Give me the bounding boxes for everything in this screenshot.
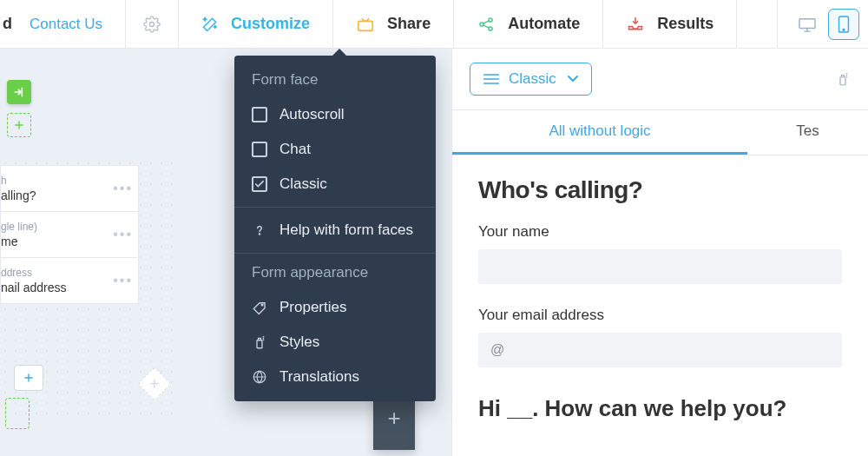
field-label-name: Your name	[478, 223, 842, 241]
field-label-email: Your email address	[478, 307, 842, 324]
block-card[interactable]: gle line) me •••	[0, 212, 139, 258]
preview-tabs: All without logic Tes	[452, 110, 868, 155]
block-label: alling?	[1, 188, 131, 202]
chevron-down-icon	[567, 75, 579, 83]
dropdown-item-translations[interactable]: Translations	[234, 360, 436, 394]
svg-rect-12	[840, 77, 845, 85]
preview-toolbar: Classic	[452, 49, 868, 110]
checkbox-icon	[252, 107, 267, 122]
add-block-button[interactable]	[14, 365, 43, 391]
add-node-button[interactable]	[7, 113, 31, 137]
preview-pane: Classic All without logic Tes Who's call…	[451, 49, 868, 456]
device-preview-group	[777, 0, 868, 48]
start-node[interactable]	[7, 80, 31, 104]
email-input[interactable]	[478, 333, 842, 367]
preview-tab-all[interactable]: All without logic	[452, 110, 747, 155]
spray-icon	[252, 334, 267, 350]
broadcast-icon	[356, 16, 375, 33]
mode-dropdown-button[interactable]: Classic	[470, 63, 592, 96]
dropdown-item-chat[interactable]: Chat	[234, 132, 436, 167]
style-button[interactable]	[835, 70, 851, 88]
block-list: h alling? ••• gle line) me ••• ddress na…	[0, 165, 139, 304]
nodes-icon	[477, 16, 496, 33]
add-branch-button[interactable]: +	[137, 367, 172, 401]
checkbox-icon	[252, 142, 267, 157]
plus-icon: +	[387, 405, 400, 432]
svg-point-8	[259, 234, 260, 235]
dropdown-item-styles[interactable]: Styles	[234, 325, 436, 360]
dropdown-item-label: Translations	[279, 368, 359, 386]
svg-point-9	[261, 304, 263, 306]
dropdown-item-properties[interactable]: Properties	[234, 290, 436, 325]
tab-share[interactable]: Share	[333, 0, 454, 48]
builder-canvas: h alling? ••• gle line) me ••• ddress na…	[0, 49, 156, 456]
settings-button[interactable]	[126, 0, 179, 48]
svg-rect-10	[257, 340, 262, 348]
tab-customize-label: Customize	[231, 15, 310, 33]
svg-rect-5	[799, 18, 815, 28]
block-label: me	[1, 235, 131, 248]
dropdown-section-appearance: Form appearance	[234, 259, 436, 290]
form-name-contact[interactable]: Contact Us	[16, 16, 125, 33]
lines-icon	[483, 73, 500, 85]
block-label: nail address	[1, 281, 131, 294]
add-node-button-2[interactable]	[5, 398, 30, 429]
block-type: h	[1, 175, 131, 187]
form-subheading: Hi __. How can we help you?	[478, 395, 842, 422]
block-menu-icon[interactable]: •••	[113, 227, 133, 242]
topbar-left: d Contact Us	[0, 0, 126, 48]
block-card[interactable]: ddress nail address •••	[0, 258, 139, 304]
gear-icon	[143, 16, 161, 33]
form-name-truncated: d	[0, 15, 16, 33]
block-type: gle line)	[1, 221, 131, 233]
checkbox-checked-icon	[252, 176, 267, 192]
inbox-icon	[626, 16, 645, 33]
form-preview: Who's calling? Your name Your email addr…	[452, 155, 868, 422]
dropdown-item-classic[interactable]: Classic	[234, 167, 436, 202]
device-desktop-button[interactable]	[792, 9, 823, 40]
tag-icon	[252, 300, 267, 315]
dropdown-item-label: Classic	[279, 175, 327, 193]
wand-icon	[201, 16, 219, 33]
svg-point-7	[843, 29, 845, 30]
plus-icon: +	[150, 374, 160, 393]
help-icon	[252, 222, 267, 238]
dropdown-item-label: Chat	[279, 141, 311, 158]
dropdown-item-label: Autoscroll	[279, 106, 345, 123]
globe-icon	[252, 369, 267, 385]
preview-tab-test[interactable]: Tes	[747, 110, 868, 155]
svg-rect-1	[358, 21, 373, 30]
block-card[interactable]: h alling? •••	[0, 165, 139, 212]
tab-customize[interactable]: Customize	[179, 0, 333, 48]
name-input[interactable]	[478, 249, 842, 284]
dropdown-item-label: Properties	[279, 299, 346, 316]
tab-results[interactable]: Results	[603, 0, 737, 48]
dropdown-divider	[234, 207, 436, 208]
dropdown-item-help[interactable]: Help with form faces	[234, 213, 436, 248]
svg-point-0	[150, 22, 155, 26]
tab-automate-label: Automate	[508, 15, 580, 33]
block-menu-icon[interactable]: •••	[113, 181, 133, 196]
block-menu-icon[interactable]: •••	[113, 273, 133, 288]
tab-automate[interactable]: Automate	[454, 0, 603, 48]
mode-label: Classic	[509, 70, 556, 88]
form-heading: Who's calling?	[478, 176, 842, 204]
block-type: ddress	[1, 267, 131, 279]
device-mobile-button[interactable]	[828, 9, 859, 40]
dropdown-divider	[234, 253, 436, 254]
dropdown-item-label: Styles	[279, 334, 319, 351]
customize-dropdown: Form face Autoscroll Chat Classic Help w…	[234, 56, 436, 401]
dropdown-section-form-face: Form face	[234, 66, 436, 97]
tab-results-label: Results	[657, 15, 713, 33]
dropdown-item-label: Help with form faces	[279, 221, 413, 239]
topbar: d Contact Us Customize Share Automate Re…	[0, 0, 868, 49]
dropdown-item-autoscroll[interactable]: Autoscroll	[234, 97, 436, 132]
tab-share-label: Share	[387, 15, 431, 33]
